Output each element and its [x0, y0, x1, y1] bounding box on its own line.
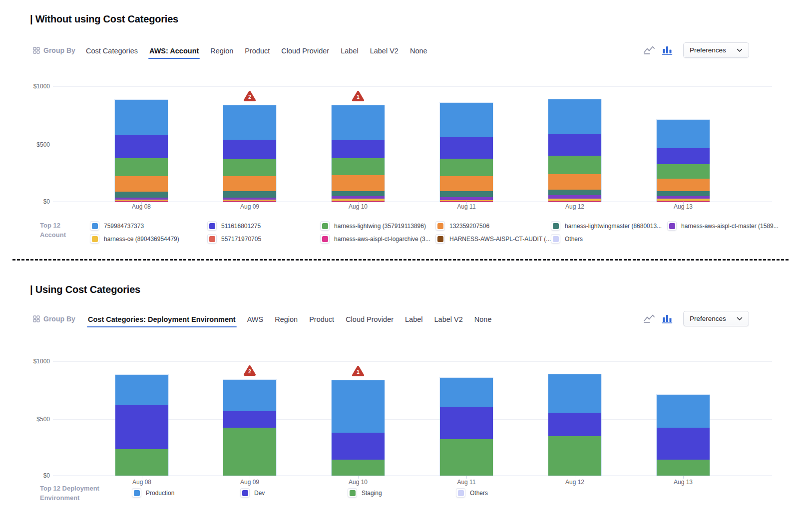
bar-segment-production — [115, 375, 168, 405]
bar-segment-dev — [440, 407, 493, 439]
legend-item-dev[interactable]: Dev — [240, 488, 265, 498]
bar-segment-dev — [332, 433, 385, 460]
bar-segment-staging — [548, 436, 601, 475]
anomaly-warning-badge[interactable]: 2 — [243, 365, 256, 376]
bar-segment-staging — [440, 439, 493, 475]
gridline — [53, 361, 772, 362]
stacked-bar-chart-deployment-environment: Aug 08Aug 09Aug 10Aug 11Aug 12Aug 13 2 1 — [0, 0, 801, 532]
legend-swatch — [456, 488, 465, 498]
legend-swatch — [348, 488, 357, 498]
x-axis-label: Aug 10 — [336, 479, 381, 486]
anomaly-warning-badge[interactable]: 1 — [352, 365, 365, 377]
legend-item-label: Others — [470, 490, 488, 497]
bar-segment-staging — [223, 428, 276, 476]
bar-aug-11[interactable] — [440, 378, 493, 476]
legend-swatch — [132, 488, 141, 498]
bar-segment-production — [657, 395, 710, 428]
bar-segment-staging — [332, 460, 385, 475]
bar-aug-12[interactable] — [548, 374, 601, 476]
x-axis-label: Aug 11 — [444, 479, 489, 486]
legend-item-label: Production — [146, 490, 174, 497]
x-axis-label: Aug 08 — [119, 479, 164, 486]
bar-segment-dev — [657, 428, 710, 460]
legend-item-production[interactable]: Production — [132, 488, 174, 498]
x-axis-label: Aug 09 — [227, 479, 272, 486]
bar-segment-production — [440, 378, 493, 407]
legend-title: Top 12 Deployment Environment — [40, 484, 99, 503]
legend-swatch — [240, 488, 250, 498]
x-axis-label: Aug 12 — [552, 479, 597, 486]
legend-item-staging[interactable]: Staging — [348, 488, 382, 498]
bar-aug-08[interactable] — [115, 375, 168, 476]
bar-segment-dev — [223, 411, 276, 428]
bar-segment-dev — [115, 405, 168, 449]
ccm-perspective-comparison: | Without using Cost Categories Group By… — [0, 0, 801, 532]
bar-segment-production — [223, 380, 276, 411]
bar-aug-10[interactable] — [332, 380, 385, 476]
legend-item-others[interactable]: Others — [456, 488, 488, 498]
x-axis-line — [53, 476, 772, 476]
bar-segment-staging — [657, 460, 710, 476]
bar-segment-production — [332, 380, 385, 433]
bar-segment-dev — [548, 413, 601, 437]
bar-aug-13[interactable] — [657, 395, 710, 476]
x-axis-label: Aug 13 — [661, 479, 706, 486]
bar-segment-staging — [115, 449, 168, 476]
bar-aug-09[interactable] — [223, 380, 276, 476]
legend-item-label: Dev — [254, 490, 265, 497]
legend-item-label: Staging — [362, 490, 382, 497]
bar-segment-production — [548, 374, 601, 413]
